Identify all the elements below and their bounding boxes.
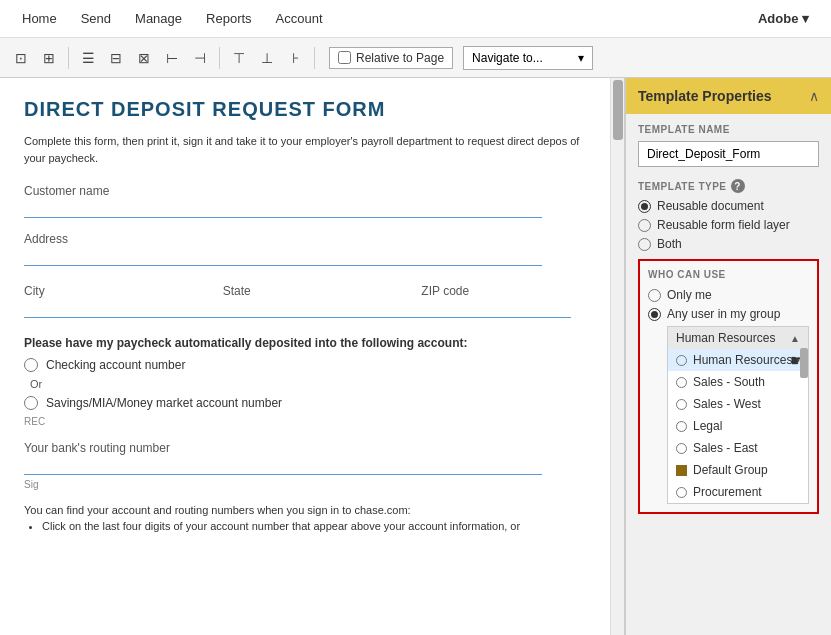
group-dropdown-scroll-icon: ▲	[790, 333, 800, 344]
toolbar-icon-3[interactable]: ☰	[75, 45, 101, 71]
state-label: State	[223, 284, 402, 298]
any-user-radio[interactable]	[648, 308, 661, 321]
menu-reports[interactable]: Reports	[194, 0, 264, 38]
group-dropdown-header[interactable]: Human Resources ▲	[668, 327, 808, 349]
template-name-input[interactable]	[638, 141, 819, 167]
document-title: DIRECT DEPOSIT REQUEST FORM	[24, 98, 600, 121]
customer-name-label: Customer name	[24, 184, 600, 198]
city-state-zip-underline	[24, 300, 571, 318]
panel-header: Template Properties ∧	[626, 78, 831, 114]
city-state-zip-row: City State ZIP code	[24, 270, 600, 300]
scroll-thumb[interactable]	[613, 80, 623, 140]
group-item-icon	[676, 487, 687, 498]
type-reusable-doc-radio[interactable]	[638, 200, 651, 213]
customer-name-underline	[24, 200, 542, 218]
only-me-radio[interactable]	[648, 289, 661, 302]
group-item-label: Human Resources	[693, 353, 792, 367]
group-item-icon	[676, 377, 687, 388]
only-me-label: Only me	[667, 288, 712, 302]
bullet-1: Click on the last four digits of your ac…	[42, 520, 600, 532]
panel-title: Template Properties	[638, 88, 772, 104]
toolbar-icon-10[interactable]: ⊦	[282, 45, 308, 71]
group-item-label: Default Group	[693, 463, 768, 477]
routing-underline	[24, 457, 542, 475]
group-list-item[interactable]: Human Resources☛	[668, 349, 808, 371]
panel-collapse-button[interactable]: ∧	[809, 88, 819, 104]
group-list-item[interactable]: Sales - South	[668, 371, 808, 393]
sig-label: Sig	[24, 479, 600, 490]
checking-radio[interactable]	[24, 358, 38, 372]
group-dropdown[interactable]: Human Resources ▲ Human Resources☛Sales …	[667, 326, 809, 504]
menu-adobe[interactable]: Adobe ▾	[746, 0, 821, 38]
group-item-icon	[676, 355, 687, 366]
checking-label: Checking account number	[46, 358, 185, 372]
type-reusable-doc-label: Reusable document	[657, 199, 764, 213]
toolbar-icon-6[interactable]: ⊢	[159, 45, 185, 71]
group-list-item[interactable]: Sales - West	[668, 393, 808, 415]
type-both-radio[interactable]	[638, 238, 651, 251]
type-both-row[interactable]: Both	[638, 237, 819, 251]
panel-body: TEMPLATE NAME TEMPLATE TYPE ? Reusable d…	[626, 114, 831, 635]
type-form-field-radio[interactable]	[638, 219, 651, 232]
navigate-arrow-icon: ▾	[578, 51, 584, 65]
group-item-icon	[676, 399, 687, 410]
group-item-icon	[676, 443, 687, 454]
rec-label: REC	[24, 416, 600, 427]
dropdown-scrollbar-thumb[interactable]	[800, 348, 808, 378]
toolbar-icon-8[interactable]: ⊤	[226, 45, 252, 71]
city-label: City	[24, 284, 203, 298]
group-list-item[interactable]: Procurement	[668, 481, 808, 503]
toolbar: ⊡ ⊞ ☰ ⊟ ⊠ ⊢ ⊣ ⊤ ⊥ ⊦ Relative to Page Nav…	[0, 38, 831, 78]
toolbar-icon-7[interactable]: ⊣	[187, 45, 213, 71]
toolbar-icon-9[interactable]: ⊥	[254, 45, 280, 71]
group-item-icon	[676, 465, 687, 476]
savings-label: Savings/MIA/Money market account number	[46, 396, 282, 410]
type-both-label: Both	[657, 237, 682, 251]
who-can-use-section: WHO CAN USE Only me Any user in my group…	[638, 259, 819, 514]
toolbar-sep-1	[68, 47, 69, 69]
relative-to-page-checkbox[interactable]	[338, 51, 351, 64]
doc-scrollbar[interactable]	[610, 78, 624, 635]
navigate-dropdown[interactable]: Navigate to... ▾	[463, 46, 593, 70]
group-list: Human Resources☛Sales - SouthSales - Wes…	[668, 349, 808, 503]
any-user-row[interactable]: Any user in my group	[648, 307, 809, 321]
menu-manage[interactable]: Manage	[123, 0, 194, 38]
type-form-field-label: Reusable form field layer	[657, 218, 790, 232]
group-item-icon	[676, 421, 687, 432]
menu-home[interactable]: Home	[10, 0, 69, 38]
menu-send[interactable]: Send	[69, 0, 123, 38]
zip-label: ZIP code	[421, 284, 600, 298]
main-layout: DIRECT DEPOSIT REQUEST FORM Complete thi…	[0, 78, 831, 635]
who-can-use-label: WHO CAN USE	[648, 269, 809, 280]
address-underline	[24, 248, 542, 266]
document-intro: Complete this form, then print it, sign …	[24, 133, 600, 166]
savings-radio[interactable]	[24, 396, 38, 410]
type-reusable-doc-row[interactable]: Reusable document	[638, 199, 819, 213]
template-type-section-label: TEMPLATE TYPE ?	[638, 179, 819, 193]
group-list-item[interactable]: Sales - East	[668, 437, 808, 459]
group-dropdown-header-text: Human Resources	[676, 331, 775, 345]
template-name-section-label: TEMPLATE NAME	[638, 124, 819, 135]
address-label: Address	[24, 232, 600, 246]
group-item-label: Legal	[693, 419, 722, 433]
type-form-field-row[interactable]: Reusable form field layer	[638, 218, 819, 232]
toolbar-icon-5[interactable]: ⊠	[131, 45, 157, 71]
group-list-item[interactable]: Legal	[668, 415, 808, 437]
toolbar-icon-4[interactable]: ⊟	[103, 45, 129, 71]
relative-to-page-label: Relative to Page	[356, 51, 444, 65]
group-list-item[interactable]: Default Group	[668, 459, 808, 481]
relative-to-page-checkbox-container[interactable]: Relative to Page	[329, 47, 453, 69]
toolbar-icon-2[interactable]: ⊞	[36, 45, 62, 71]
toolbar-sep-2	[219, 47, 220, 69]
toolbar-icon-1[interactable]: ⊡	[8, 45, 34, 71]
or-label: Or	[30, 378, 600, 390]
template-type-radio-group: Reusable document Reusable form field la…	[638, 199, 819, 251]
checking-row: Checking account number	[24, 358, 600, 372]
savings-row: Savings/MIA/Money market account number	[24, 396, 600, 410]
template-type-help-icon[interactable]: ?	[731, 179, 745, 193]
menu-account[interactable]: Account	[264, 0, 335, 38]
only-me-row[interactable]: Only me	[648, 288, 809, 302]
document-area: DIRECT DEPOSIT REQUEST FORM Complete thi…	[0, 78, 626, 635]
group-item-label: Sales - South	[693, 375, 765, 389]
account-section-label: Please have my paycheck automatically de…	[24, 336, 600, 350]
